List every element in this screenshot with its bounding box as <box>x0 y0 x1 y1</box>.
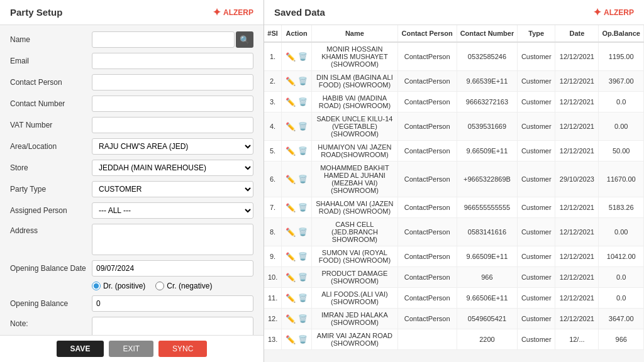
delete-icon[interactable]: 🗑️ <box>298 335 308 344</box>
cell-type: Customer <box>518 112 555 141</box>
assigned-person-label: Assigned Person <box>10 206 92 215</box>
email-row: Email <box>10 53 253 69</box>
edit-icon[interactable]: ✏️ <box>286 77 296 86</box>
cell-contact-person: ContactPerson <box>397 309 457 329</box>
right-logo: ✦ ALZERP <box>593 6 634 18</box>
assigned-person-select[interactable]: --- ALL --- <box>92 202 253 219</box>
logo-text: ALZERP <box>223 8 253 17</box>
right-panel: Saved Data ✦ ALZERP #Sl Action Name Cont… <box>264 0 644 362</box>
cell-contact-number: 0532585246 <box>457 42 518 71</box>
cell-sl: 10. <box>264 267 282 288</box>
vat-number-input[interactable] <box>92 117 253 133</box>
opening-balance-input[interactable] <box>92 295 253 312</box>
cell-date: 29/10/2023 <box>555 162 599 197</box>
cell-op-balance: 0.0 <box>599 288 644 309</box>
contact-number-input[interactable] <box>92 96 253 112</box>
cell-name: SUMON VAI (ROYAL FOOD) (SHOWROOM) <box>312 246 398 267</box>
delete-icon[interactable]: 🗑️ <box>298 77 308 85</box>
edit-icon[interactable]: ✏️ <box>286 293 296 303</box>
opening-balance-label: Opening Balance <box>10 299 92 308</box>
contact-person-row: Contact Person <box>10 74 253 90</box>
store-select[interactable]: JEDDAH (MAIN WAREHOUSE) <box>92 160 253 176</box>
th-action: Action <box>282 25 312 42</box>
cell-type: Customer <box>518 141 555 162</box>
edit-icon[interactable]: ✏️ <box>286 175 296 184</box>
cell-contact-person: ContactPerson <box>397 246 457 267</box>
delete-icon[interactable]: 🗑️ <box>298 273 308 282</box>
cell-contact-number: 9.66539E+11 <box>457 71 518 92</box>
cell-name: DIN ISLAM (BAGINA ALI FOOD) (SHOWROOM) <box>312 71 398 92</box>
right-panel-title: Saved Data <box>274 7 325 18</box>
delete-icon[interactable]: 🗑️ <box>298 146 308 155</box>
cell-contact-number: +9665322869B <box>457 162 518 197</box>
name-input[interactable] <box>92 31 235 48</box>
edit-icon[interactable]: ✏️ <box>286 52 296 62</box>
note-input[interactable] <box>92 317 253 335</box>
contact-person-label: Contact Person <box>10 78 92 87</box>
address-input[interactable] <box>92 224 253 255</box>
cell-type: Customer <box>518 42 555 71</box>
cell-contact-number: 9.66506E+11 <box>457 288 518 309</box>
cell-op-balance: 50.00 <box>599 141 644 162</box>
cr-radio[interactable] <box>155 282 164 290</box>
saved-data-table-container[interactable]: #Sl Action Name Contact Person Contact N… <box>264 25 644 362</box>
edit-icon[interactable]: ✏️ <box>286 203 296 212</box>
edit-icon[interactable]: ✏️ <box>286 252 296 261</box>
cell-name: SHAHALOM VAI (JAZEN ROAD) (SHOWROOM) <box>312 197 398 218</box>
delete-icon[interactable]: 🗑️ <box>298 97 308 106</box>
area-location-select[interactable]: RAJU CHW'S AREA (JED) <box>92 138 253 155</box>
delete-icon[interactable]: 🗑️ <box>298 314 308 323</box>
delete-icon[interactable]: 🗑️ <box>298 122 308 131</box>
name-search-button[interactable]: 🔍 <box>236 31 253 48</box>
exit-button[interactable]: EXIT <box>109 341 153 357</box>
table-row: 6. ✏️ 🗑️ MOHAMMED BAKHIT HAMED AL JUHANI… <box>264 162 644 197</box>
delete-icon[interactable]: 🗑️ <box>298 203 308 212</box>
delete-icon[interactable]: 🗑️ <box>298 175 308 184</box>
contact-number-row: Contact Number <box>10 96 253 112</box>
save-button[interactable]: SAVE <box>57 341 104 357</box>
sync-button[interactable]: SYNC <box>158 341 207 357</box>
edit-icon[interactable]: ✏️ <box>286 97 296 107</box>
th-name: Name <box>312 25 398 42</box>
dr-radio[interactable] <box>92 282 101 290</box>
delete-icon[interactable]: 🗑️ <box>298 228 308 236</box>
cell-op-balance: 966 <box>599 329 644 350</box>
cell-op-balance: 3967.00 <box>599 71 644 92</box>
cell-date: 12/... <box>555 329 599 350</box>
cr-radio-label[interactable]: Cr. (negative) <box>155 282 212 290</box>
party-type-label: Party Type <box>10 185 92 194</box>
edit-icon[interactable]: ✏️ <box>286 273 296 282</box>
cell-name: SADEK UNCLE KILU-14 (VEGETABLE) (SHOWROO… <box>312 112 398 141</box>
cell-action: ✏️ 🗑️ <box>282 162 312 197</box>
cell-op-balance: 5183.26 <box>599 197 644 218</box>
edit-icon[interactable]: ✏️ <box>286 228 296 237</box>
dr-radio-label[interactable]: Dr. (positive) <box>92 282 145 290</box>
cell-sl: 12. <box>264 309 282 329</box>
party-type-select[interactable]: CUSTOMER <box>92 181 253 197</box>
opening-balance-date-input[interactable] <box>92 260 253 277</box>
table-row: 5. ✏️ 🗑️ HUMAIYON VAI JAZEN ROAD(SHOWROO… <box>264 141 644 162</box>
delete-icon[interactable]: 🗑️ <box>298 252 308 261</box>
cell-contact-number: 9.66509E+11 <box>457 246 518 267</box>
email-input[interactable] <box>92 53 253 69</box>
cell-date: 12/12/2021 <box>555 92 599 112</box>
edit-icon[interactable]: ✏️ <box>286 335 296 344</box>
cell-name: PRODUCT DAMAGE (SHOWROOM) <box>312 267 398 288</box>
delete-icon[interactable]: 🗑️ <box>298 293 308 302</box>
assigned-person-row: Assigned Person --- ALL --- <box>10 202 253 219</box>
contact-person-input[interactable] <box>92 74 253 90</box>
edit-icon[interactable]: ✏️ <box>286 122 296 131</box>
th-contact-person: Contact Person <box>397 25 457 42</box>
edit-icon[interactable]: ✏️ <box>286 314 296 324</box>
th-sl: #Sl <box>264 25 282 42</box>
cell-action: ✏️ 🗑️ <box>282 42 312 71</box>
delete-icon[interactable]: 🗑️ <box>298 52 308 61</box>
left-logo: ✦ ALZERP <box>213 6 253 18</box>
cell-type: Customer <box>518 218 555 246</box>
balance-type-group: Dr. (positive) Cr. (negative) <box>92 282 253 290</box>
cell-sl: 1. <box>264 42 282 71</box>
table-row: 12. ✏️ 🗑️ IMRAN JED HALAKA (SHOWROOM)Con… <box>264 309 644 329</box>
edit-icon[interactable]: ✏️ <box>286 146 296 156</box>
cell-sl: 2. <box>264 71 282 92</box>
cell-date: 12/12/2021 <box>555 309 599 329</box>
